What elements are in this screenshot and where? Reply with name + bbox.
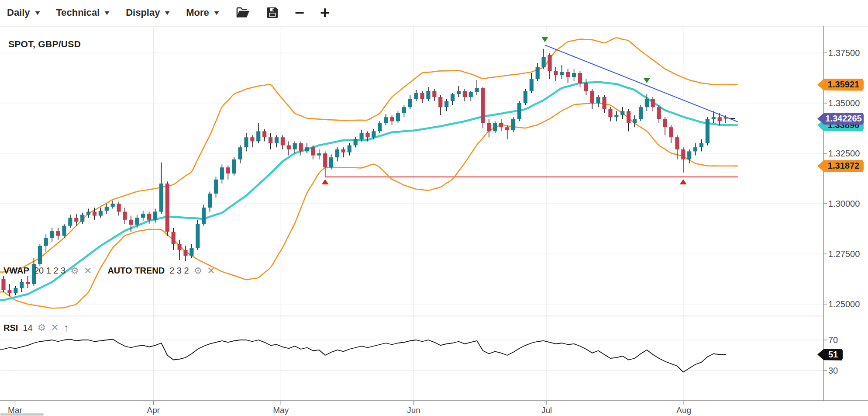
month-axis-label: Aug: [676, 406, 691, 415]
price-axis-label: 1.37500: [828, 48, 860, 58]
gear-icon[interactable]: ⚙: [38, 323, 46, 333]
rsi-axis-label: 30: [828, 366, 838, 376]
auto-trend-label: AUTO TREND: [107, 266, 165, 276]
lower-band-badge: 1.31872: [817, 160, 864, 172]
sell-signal-icon: [541, 37, 548, 42]
buy-signal-icon: [680, 179, 687, 184]
month-axis-label: Mar: [8, 406, 22, 415]
open-folder-icon[interactable]: [235, 6, 250, 19]
page-title: SPOT, GBP/USD: [8, 39, 81, 49]
auto-trend-params: 2 3 2: [169, 266, 189, 276]
close-icon[interactable]: ✕: [207, 266, 215, 276]
arrow-up-icon[interactable]: ↑: [64, 322, 69, 333]
rsi-label: RSI: [3, 323, 18, 333]
indicator-row-rsi: RSI 14 ⚙ ✕ ↑: [3, 322, 69, 333]
price-axis-label: 1.25000: [828, 299, 860, 309]
save-icon[interactable]: [266, 6, 279, 19]
menu-display-label: Display: [126, 7, 160, 18]
rsi-line: [0, 339, 726, 372]
month-axis-label: Jul: [541, 406, 552, 415]
chevron-down-icon: ▼: [34, 9, 41, 16]
chevron-down-icon: ▼: [213, 9, 220, 16]
price-axis-label: 1.35000: [828, 98, 860, 108]
zoom-out-icon[interactable]: −: [295, 4, 304, 21]
menu-technical[interactable]: Technical ▼: [56, 7, 110, 18]
buy-signal-icon: [322, 179, 329, 184]
price-axis-label: 1.27500: [828, 249, 860, 259]
close-icon[interactable]: ✕: [84, 266, 92, 276]
rsi-params: 14: [23, 323, 32, 333]
gear-icon[interactable]: ⚙: [194, 266, 203, 276]
chevron-down-icon: ▼: [103, 9, 111, 16]
month-axis-label: Jun: [407, 406, 420, 415]
rsi-axis-label: 70: [828, 335, 838, 345]
signal-markers: [322, 37, 687, 184]
price-chart-canvas[interactable]: [0, 0, 868, 416]
candlestick-series: [1, 49, 727, 296]
close-icon[interactable]: ✕: [51, 323, 59, 333]
bollinger-upper: [0, 38, 738, 272]
gear-icon[interactable]: ⚙: [70, 266, 79, 276]
month-axis-label: Apr: [147, 406, 160, 415]
menu-timeframe-label: Daily: [7, 7, 30, 18]
trading-app: Daily ▼ Technical ▼ Display ▼ More ▼: [0, 0, 868, 416]
vwap-label: VWAP: [3, 266, 29, 276]
price-axis-label: 1.30000: [828, 199, 860, 209]
menu-timeframe[interactable]: Daily ▼: [7, 7, 40, 18]
month-axis-label: May: [273, 406, 289, 415]
sell-signal-icon: [643, 78, 650, 83]
toolbar: Daily ▼ Technical ▼ Display ▼ More ▼: [0, 0, 868, 25]
indicator-row-overlays: VWAP 20 1 2 3 ⚙ ✕ AUTO TREND 2 3 2 ⚙ ✕: [3, 266, 215, 276]
menu-more-label: More: [186, 7, 209, 18]
upper-band-badge: 1.35921: [817, 79, 864, 91]
last-price-badge: 1.342265: [817, 113, 864, 125]
vwap-params: 20 1 2 3: [34, 266, 65, 276]
zoom-in-icon[interactable]: +: [320, 4, 330, 21]
menu-display[interactable]: Display ▼: [126, 7, 170, 18]
chevron-down-icon: ▼: [163, 9, 171, 16]
menu-more[interactable]: More ▼: [186, 7, 219, 18]
menu-technical-label: Technical: [56, 7, 100, 18]
price-axis-label: 1.32500: [828, 149, 860, 159]
